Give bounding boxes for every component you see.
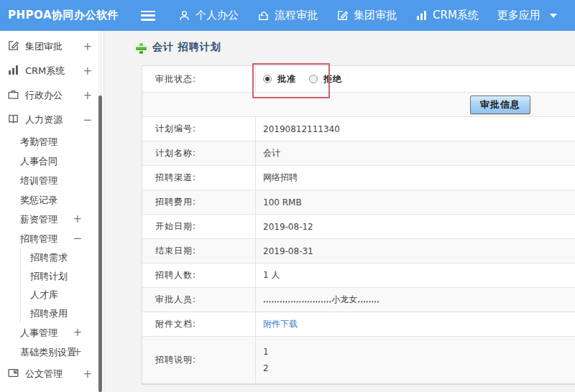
row-approval-button: 审批信息: [142, 93, 575, 117]
sidebar-item-human-resources[interactable]: 人力资源 −: [0, 108, 104, 132]
menu-toggle-icon[interactable]: [141, 11, 155, 21]
nav-personal-office[interactable]: 个人办公: [178, 9, 239, 22]
field-value: 会计: [256, 141, 575, 165]
row-start-date: 开始日期: 2019-08-12: [142, 215, 575, 239]
field-value: 网络招聘: [256, 166, 575, 190]
collapse-icon[interactable]: −: [73, 233, 82, 244]
row-plan-number: 计划编号: 20190812111340: [142, 117, 575, 141]
attachment-download-link[interactable]: 附件下载: [263, 318, 298, 330]
expand-icon[interactable]: +: [73, 347, 82, 358]
field-label: 审批状态:: [142, 66, 256, 92]
sidebar-item-recruit-hire[interactable]: 招聘录用: [21, 304, 104, 323]
row-recruit-channel: 招聘渠道: 网络招聘: [142, 166, 575, 190]
app-logo: PHPOA协同办公软件: [0, 9, 141, 22]
row-approval-status: 审批状态: 批准 拒绝: [142, 66, 575, 93]
radio-reject[interactable]: 拒绝: [309, 73, 342, 85]
document-icon: [7, 367, 19, 381]
caret-down-icon: [550, 14, 557, 18]
plus-icon: [135, 42, 146, 53]
collapse-icon[interactable]: −: [83, 115, 92, 126]
nav-more-apps[interactable]: 更多应用: [497, 9, 557, 22]
book-icon: [7, 113, 19, 127]
top-header: PHPOA协同办公软件 个人办公 流程审批 集团审批 CRM系统: [0, 0, 575, 31]
field-label: 计划编号:: [142, 117, 256, 141]
field-label: 招聘费用:: [142, 190, 256, 214]
recruit-submenu: 招聘需求 招聘计划 人才库 招聘录用: [20, 248, 104, 323]
main-content: 会计 招聘计划 审批状态: 批准 拒绝 审批信息 计划编号:: [105, 31, 575, 392]
field-value: 20190812111340: [256, 117, 575, 141]
person-icon: [178, 9, 190, 22]
expand-icon[interactable]: +: [73, 214, 82, 225]
sidebar-item-training[interactable]: 培训管理: [0, 171, 104, 190]
row-plan-name: 计划名称: 会计: [142, 141, 575, 166]
nav-process-approval[interactable]: 流程审批: [257, 9, 318, 22]
field-label: 审批人员:: [142, 288, 256, 312]
sidebar-item-hr-contract[interactable]: 人事合同: [0, 151, 104, 171]
sidebar-scrollbar-thumb[interactable]: [98, 95, 102, 392]
row-approvers: 审批人员: ,,,,,,,,,,,,,,,,,,,,,,,,,小龙女,,,,,,…: [142, 288, 575, 312]
field-value: 1 人: [256, 263, 575, 287]
field-value: ,,,,,,,,,,,,,,,,,,,,,,,,,小龙女,,,,,,,,: [256, 288, 575, 312]
sidebar-item-rewards[interactable]: 奖惩记录: [0, 190, 104, 210]
sidebar-item-base-category[interactable]: 基础类别设置 +: [0, 342, 104, 362]
field-label: 招聘说明:: [142, 337, 256, 383]
description-line: 2: [263, 363, 269, 373]
top-nav: 个人办公 流程审批 集团审批 CRM系统 更多应用: [178, 9, 557, 22]
radio-reject-control[interactable]: [309, 75, 318, 83]
briefcase-icon: [7, 88, 19, 103]
process-icon: [257, 9, 270, 22]
field-label: 招聘渠道:: [142, 166, 256, 190]
sidebar-item-crm[interactable]: CRM系统 +: [0, 59, 104, 83]
radio-approve-control[interactable]: [263, 75, 272, 83]
sidebar-item-recruit-mgmt[interactable]: 招聘管理 −: [0, 229, 104, 248]
nav-crm-system[interactable]: CRM系统: [415, 9, 479, 22]
edit-icon: [7, 39, 19, 54]
sidebar-item-recruit-demand[interactable]: 招聘需求: [21, 248, 104, 267]
sidebar-item-attendance[interactable]: 考勤管理: [0, 132, 104, 151]
row-attachment: 附件文档: 附件下载: [142, 312, 575, 337]
field-value: 2019-08-31: [256, 239, 575, 263]
row-recruit-description: 招聘说明: 1 2: [142, 337, 575, 384]
page-title: 会计 招聘计划: [135, 41, 575, 54]
recruit-plan-form: 审批状态: 批准 拒绝 审批信息 计划编号: 20190812111340: [142, 65, 575, 385]
approval-info-button[interactable]: 审批信息: [470, 95, 530, 114]
sidebar: 集团审批 + CRM系统 + 行政办公 + 人力资源 − 考勤管理 人事合同 培…: [0, 31, 104, 392]
sidebar-item-documents[interactable]: 公文管理 +: [0, 362, 104, 386]
field-value: 100 RMB: [256, 190, 575, 214]
sidebar-item-talent-pool[interactable]: 人才库: [21, 286, 104, 304]
field-value: 2019-08-12: [256, 215, 575, 238]
field-label: 计划名称:: [142, 141, 256, 165]
sidebar-item-group-approval[interactable]: 集团审批 +: [0, 34, 104, 59]
bar-chart-icon: [415, 9, 428, 22]
description-line: 1: [263, 347, 269, 357]
expand-icon[interactable]: +: [73, 327, 82, 338]
expand-icon[interactable]: +: [83, 90, 92, 101]
radio-approve[interactable]: 批准: [263, 73, 296, 85]
expand-icon[interactable]: +: [83, 66, 92, 77]
row-headcount: 招聘人数: 1 人: [142, 263, 575, 288]
sidebar-item-personnel-mgmt[interactable]: 人事管理 +: [0, 323, 104, 342]
expand-icon[interactable]: +: [83, 369, 92, 380]
field-label: 结束日期:: [142, 239, 256, 263]
field-label: 招聘人数:: [142, 263, 256, 287]
row-recruit-cost: 招聘费用: 100 RMB: [142, 190, 575, 215]
sidebar-item-vehicle[interactable]: 用车管理 +: [0, 386, 104, 392]
sidebar-item-recruit-plan[interactable]: 招聘计划: [21, 267, 104, 286]
bar-chart-icon: [7, 64, 19, 78]
nav-group-approval[interactable]: 集团审批: [336, 9, 397, 22]
sidebar-item-salary[interactable]: 薪资管理 +: [0, 210, 104, 229]
edit-icon: [336, 9, 349, 22]
expand-icon[interactable]: +: [83, 42, 92, 52]
sidebar-item-admin-office[interactable]: 行政办公 +: [0, 83, 104, 108]
row-end-date: 结束日期: 2019-08-31: [142, 239, 575, 263]
field-label: 附件文档:: [142, 312, 256, 336]
field-label: 开始日期:: [142, 215, 256, 238]
